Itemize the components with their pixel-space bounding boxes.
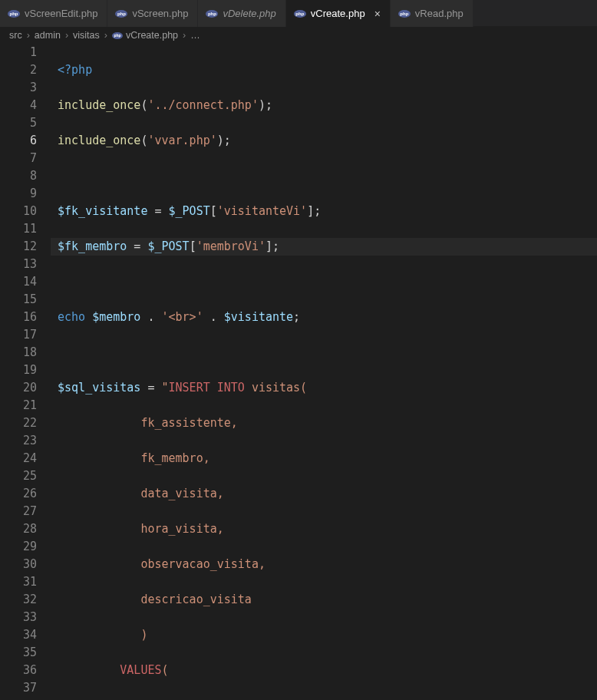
php-icon: php (112, 32, 123, 39)
php-icon: php (115, 10, 127, 18)
chevron-right-icon: › (181, 30, 187, 41)
tab-bar: php vScreenEdit.php php vScreen.php php … (0, 0, 597, 27)
tab-vscreen[interactable]: php vScreen.php (107, 0, 198, 27)
php-icon: php (206, 10, 218, 18)
tab-label: vScreenEdit.php (25, 8, 97, 19)
breadcrumb-item[interactable]: admin (35, 30, 61, 41)
tab-vcreate[interactable]: php vCreate.php × (286, 0, 391, 27)
code-editor[interactable]: 1234567891011121314151617181920212223242… (0, 44, 597, 700)
tab-label: vScreen.php (132, 8, 188, 19)
php-icon: php (294, 10, 306, 18)
breadcrumb-item[interactable]: visitas (73, 30, 100, 41)
breadcrumb-tail[interactable]: … (190, 30, 200, 41)
tab-vdelete[interactable]: php vDelete.php (198, 0, 285, 27)
line-gutter: 1234567891011121314151617181920212223242… (0, 44, 51, 700)
breadcrumb: src › admin › visitas › php vCreate.php … (0, 27, 597, 44)
chevron-right-icon: › (25, 30, 31, 41)
tab-label: vCreate.php (311, 8, 365, 19)
php-icon: php (8, 10, 20, 18)
code-area[interactable]: <?php include_once('../connect.php'); in… (51, 44, 597, 700)
php-icon: php (398, 10, 411, 18)
breadcrumb-item[interactable]: src (9, 30, 22, 41)
tab-label: vDelete.php (223, 8, 275, 19)
chevron-right-icon: › (103, 30, 109, 41)
tab-vread[interactable]: php vRead.php (391, 0, 473, 27)
tab-vscreenedit[interactable]: php vScreenEdit.php (0, 0, 107, 27)
tab-label: vRead.php (415, 8, 463, 19)
breadcrumb-file[interactable]: vCreate.php (126, 30, 178, 41)
chevron-right-icon: › (64, 30, 70, 41)
close-icon[interactable]: × (374, 8, 381, 20)
